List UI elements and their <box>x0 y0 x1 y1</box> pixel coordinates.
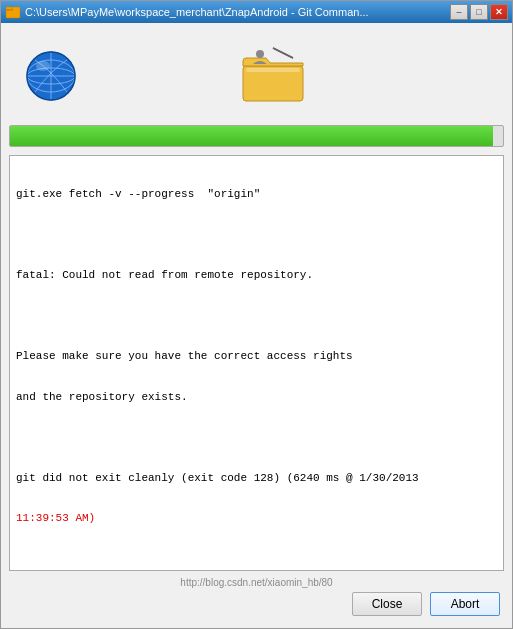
maximize-button[interactable]: □ <box>470 4 488 20</box>
button-row: Close Abort <box>13 592 500 616</box>
window-icon <box>5 4 21 20</box>
console-line-5: Please make sure you have the correct ac… <box>16 348 497 365</box>
close-window-button[interactable]: ✕ <box>490 4 508 20</box>
icon-area <box>9 31 504 121</box>
abort-button[interactable]: Abort <box>430 592 500 616</box>
globe-icon <box>25 50 77 102</box>
window-body: git.exe fetch -v --progress "origin" fat… <box>1 23 512 628</box>
svg-point-9 <box>36 61 50 71</box>
title-bar: C:\Users\MPayMe\workspace_merchant\ZnapA… <box>1 1 512 23</box>
svg-point-14 <box>256 50 264 58</box>
close-button[interactable]: Close <box>352 592 422 616</box>
console-line-8: git did not exit cleanly (exit code 128)… <box>16 470 497 487</box>
console-line-1: git.exe fetch -v --progress "origin" <box>16 186 497 203</box>
progress-bar-container <box>9 125 504 147</box>
footer: http://blog.csdn.net/xiaomin_hb/80 Close… <box>9 571 504 620</box>
svg-rect-2 <box>6 7 12 10</box>
console-line-9: 11:39:53 AM) <box>16 510 497 527</box>
svg-line-13 <box>273 48 293 58</box>
console-line-7 <box>16 429 497 446</box>
console-output: git.exe fetch -v --progress "origin" fat… <box>9 155 504 571</box>
window-title: C:\Users\MPayMe\workspace_merchant\ZnapA… <box>25 6 450 18</box>
console-line-6: and the repository exists. <box>16 389 497 406</box>
footer-url: http://blog.csdn.net/xiaomin_hb/80 <box>180 577 332 588</box>
progress-bar-fill <box>10 126 493 146</box>
console-line-3: fatal: Could not read from remote reposi… <box>16 267 497 284</box>
folder-icon <box>238 46 308 106</box>
console-line-4 <box>16 308 497 325</box>
svg-rect-11 <box>246 68 300 72</box>
window-controls: – □ ✕ <box>450 4 508 20</box>
minimize-button[interactable]: – <box>450 4 468 20</box>
main-window: C:\Users\MPayMe\workspace_merchant\ZnapA… <box>0 0 513 629</box>
console-line-2 <box>16 227 497 244</box>
